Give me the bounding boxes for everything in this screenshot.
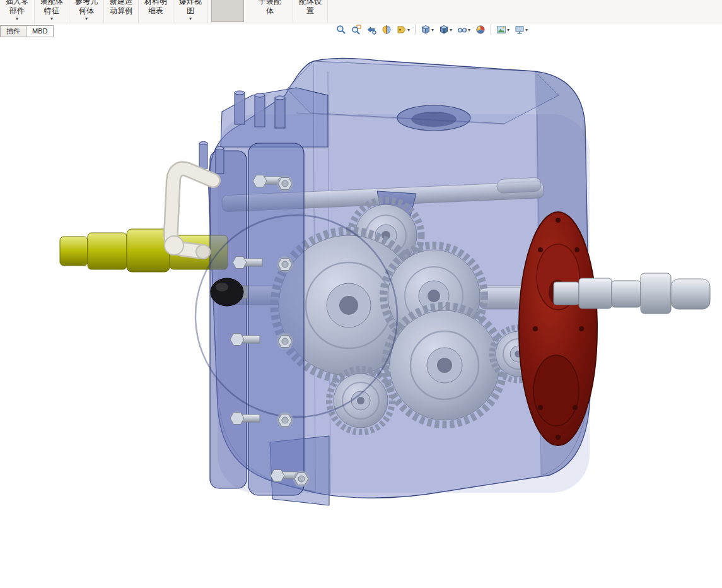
toolbar-button-reference-geometry[interactable]: 参考几 何体 ▾ [69,0,104,23]
toolbar-button-new-motion-study[interactable]: 新建运 动算例 ▾ [104,0,139,23]
toolbar-button-bill-of-materials[interactable]: 材料明 细表 ▾ [139,0,173,23]
dropdown-caret-icon: ▾ [431,27,434,33]
dropdown-caret-icon: ▾ [407,27,410,33]
toolbar-button-insert-components[interactable]: 插入零 部件 ▾ [0,0,35,23]
toolbar-button-label: 插入零 部件 [6,0,28,16]
breather-handle[interactable] [165,168,213,259]
toolbar-separator [415,25,416,35]
command-manager-toolbar: 插入零 部件 ▾ 装配体 特征 ▾ 参考几 何体 ▾ 新建运 动算例 ▾ 材料明… [0,0,722,23]
toolbar-button-exploded-view[interactable]: 爆炸视 图 ▾ [173,0,208,23]
previous-view-icon[interactable] [366,25,376,35]
end-cover[interactable] [519,212,597,445]
toolbar-button-label: 爆炸视 图 [179,0,202,16]
toolbar-button-label: Speedpak 子装配 体 [253,0,287,16]
toolbar-button-assembly-features[interactable]: 装配体 特征 ▾ [35,0,69,23]
toolbar-separator [491,25,491,35]
display-style-icon[interactable]: ▾ [439,25,452,35]
toolbar-button-label: 材料明 细表 [144,0,167,16]
dropdown-caret-icon: ▾ [85,16,88,21]
dropdown-caret-icon: ▾ [525,27,528,33]
solidworks-window: 插入零 部件 ▾ 装配体 特征 ▾ 参考几 何体 ▾ 新建运 动算例 ▾ 材料明… [0,0,722,588]
toolbar-button-label: 参考几 何体 [75,0,98,16]
view-orientation-icon[interactable]: ▾ [421,25,434,35]
dropdown-caret-icon: ▾ [450,27,452,33]
toolbar-button-label: 装配体 特征 [40,0,63,16]
dropdown-caret-icon: ▾ [507,27,509,33]
toolbar-button-blank[interactable] [211,0,244,22]
dropdown-caret-icon: ▾ [16,16,18,21]
commandmanager-tab-row: 插件 MBD ▾ ▾ [0,23,722,37]
section-view-icon[interactable] [381,25,392,35]
graphics-viewport[interactable] [0,37,722,588]
hide-show-items-icon[interactable]: ▾ [457,25,470,35]
toolbar-button-label: 新建运 动算例 [110,0,132,16]
gearbox-3d-model[interactable] [0,37,722,588]
dynamic-annotation-views-icon[interactable]: ▾ [397,25,410,35]
zoom-to-area-icon[interactable] [351,25,361,35]
toolbar-button-label: 大型装 配体设 置 [299,0,322,16]
toolbar-button-speedpak[interactable]: Speedpak 子装配 体 ▾ [247,0,293,23]
view-settings-icon[interactable]: ▾ [515,25,528,35]
toolbar-button-large-assembly-settings[interactable]: 大型装 配体设 置 ▾ [293,0,328,23]
dropdown-caret-icon: ▾ [468,27,470,33]
dropdown-caret-icon: ▾ [50,16,53,21]
dropdown-caret-icon: ▾ [189,16,192,21]
edit-appearance-icon[interactable] [475,25,486,35]
heads-up-view-toolbar: ▾ ▾ ▾ ▾ ▾ [336,25,528,35]
tab-mbd[interactable]: MBD [26,25,54,37]
apply-scene-icon[interactable]: ▾ [496,25,509,35]
zoom-to-fit-icon[interactable] [336,25,346,35]
tab-plugins[interactable]: 插件 [0,25,26,37]
